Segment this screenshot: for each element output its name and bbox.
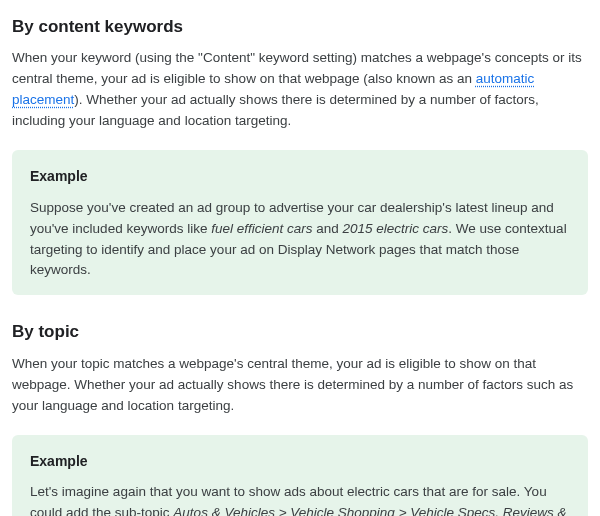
example-label: Example: [30, 451, 570, 473]
example-text: Suppose you've created an ad group to ad…: [30, 198, 570, 282]
example-box-topic: Example Let's imagine again that you wan…: [12, 435, 588, 516]
example-label: Example: [30, 166, 570, 188]
example-box-keywords: Example Suppose you've created an ad gro…: [12, 150, 588, 295]
section-by-topic: By topic When your topic matches a webpa…: [12, 319, 588, 516]
text: ). Whether your ad actually shows there …: [12, 92, 539, 128]
section-content-keywords: By content keywords When your keyword (u…: [12, 14, 588, 295]
text: and: [312, 221, 342, 236]
paragraph-content-keywords: When your keyword (using the "Content" k…: [12, 48, 588, 132]
heading-content-keywords: By content keywords: [12, 14, 588, 40]
keyword-2: 2015 electric cars: [343, 221, 449, 236]
paragraph-by-topic: When your topic matches a webpage's cent…: [12, 354, 588, 417]
heading-by-topic: By topic: [12, 319, 588, 345]
keyword-1: fuel efficient cars: [211, 221, 312, 236]
example-text: Let's imagine again that you want to sho…: [30, 482, 570, 516]
